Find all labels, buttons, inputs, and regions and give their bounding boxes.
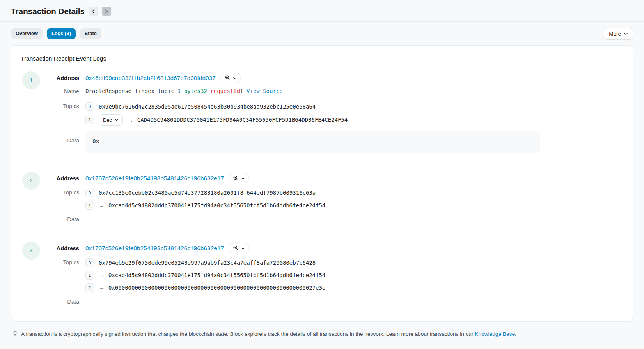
signature-part-param: requestId bbox=[207, 88, 240, 94]
topic-row: 1 Dec → CAD4D5C94802DDDC370041E175FD94A0… bbox=[85, 114, 623, 126]
signature-part-plain: OracleResponse (index_topic_1 bbox=[85, 88, 184, 94]
topic-decode-value: Dec bbox=[103, 117, 112, 123]
more-button[interactable]: More bbox=[604, 28, 633, 40]
topics-label: Topics bbox=[21, 103, 79, 109]
magnifier-plus-icon bbox=[233, 245, 239, 251]
footer-note: A transaction is a cryptographically sig… bbox=[11, 330, 633, 338]
topic-value: 0x9e9bc7616d42c2835d05ae617e508454e63b30… bbox=[99, 103, 316, 110]
footer-text: A transaction is a cryptographically sig… bbox=[21, 330, 516, 338]
footer-text-suffix: . bbox=[515, 331, 516, 337]
name-row: Name OracleResponse (index_topic_1 bytes… bbox=[85, 88, 623, 96]
chevron-down-icon bbox=[233, 76, 237, 80]
address-zoom-button[interactable] bbox=[229, 243, 249, 253]
logs-list: 1 Address 0x46eff99cab332f1b2eb2ff6813d6… bbox=[21, 72, 623, 306]
data-row: Data bbox=[85, 215, 623, 223]
chevron-down-icon bbox=[624, 32, 628, 36]
view-source-link[interactable]: View Source bbox=[247, 88, 283, 94]
data-value: 0x bbox=[92, 138, 99, 144]
topics-label: Topics bbox=[21, 189, 79, 196]
lightbulb-icon bbox=[12, 331, 18, 338]
address-row: Address 0x1707c526e19fe0b254193b5481426c… bbox=[85, 242, 623, 254]
address-link[interactable]: 0x46eff99cab332f1b2eb2ff6813d67e7d30fdd0… bbox=[85, 75, 216, 82]
topic-arrow: → bbox=[99, 272, 105, 278]
page-header: Transaction Details bbox=[11, 0, 633, 21]
topic-index-badge: 0 bbox=[85, 102, 94, 111]
topic-row: 1 → 0xcad4d5c94802dddc370041e175fd94a0c3… bbox=[85, 271, 623, 280]
page: Transaction Details bbox=[0, 0, 644, 21]
tab-row: OverviewLogs (3)State More bbox=[11, 22, 633, 45]
signature-part-type: bytes32 bbox=[184, 88, 207, 94]
more-button-label: More bbox=[609, 31, 621, 37]
magnifier-plus-icon bbox=[233, 175, 239, 181]
chevron-left-icon bbox=[90, 9, 96, 14]
event-log: 1 Address 0x46eff99cab332f1b2eb2ff6813d6… bbox=[21, 72, 623, 153]
topic-row: 0 0x7cc135e0cebb02c3480ae5d74d377283180a… bbox=[85, 188, 623, 198]
data-label: Data bbox=[21, 137, 79, 144]
event-log: 2 Address 0x1707c526e19fe0b254193b548142… bbox=[21, 173, 623, 223]
prev-transaction-button[interactable] bbox=[89, 7, 98, 16]
tab-logs-3[interactable]: Logs (3) bbox=[47, 28, 76, 39]
data-value-box: 0x bbox=[85, 131, 540, 153]
topic-index-badge: 0 bbox=[85, 189, 94, 197]
address-row: Address 0x1707c526e19fe0b254193b5481426c… bbox=[85, 173, 623, 184]
topic-value: 0x794eb9e29f6750ede99e05248d997a9ab9fa23… bbox=[99, 260, 316, 266]
address-label: Address bbox=[21, 75, 79, 81]
knowledge-base-link[interactable]: Knowledge Base bbox=[475, 331, 515, 337]
topic-arrow: → bbox=[128, 117, 133, 123]
next-transaction-button[interactable] bbox=[102, 7, 111, 16]
topic-row: 2 → 0x0000000000000000000000000000000000… bbox=[85, 283, 623, 292]
topic-index-badge: 1 bbox=[85, 271, 94, 280]
name-label: Name bbox=[21, 88, 79, 94]
address-label: Address bbox=[21, 175, 79, 182]
address-zoom-button[interactable] bbox=[220, 73, 241, 83]
tab-overview[interactable]: Overview bbox=[11, 28, 43, 39]
address-label: Address bbox=[21, 245, 79, 251]
address-row: Address 0x46eff99cab332f1b2eb2ff6813d67e… bbox=[85, 72, 623, 84]
topics-block: Topics 0 0x7cc135e0cebb02c3480ae5d74d377… bbox=[85, 188, 623, 210]
topic-value: CAD4D5C94802DDDC370041E175FD94A0C34F5565… bbox=[137, 117, 348, 123]
topics-block: Topics 0 0x9e9bc7616d42c2835d05ae617e508… bbox=[85, 102, 623, 126]
topics-list: 0 0x7cc135e0cebb02c3480ae5d74d377283180a… bbox=[85, 188, 623, 210]
topic-decode-dropdown[interactable]: Dec bbox=[99, 114, 123, 126]
topic-value: 0x7cc135e0cebb02c3480ae5d74d377283180a26… bbox=[99, 190, 316, 196]
topics-list: 0 0x794eb9e29f6750ede99e05248d997a9ab9fa… bbox=[85, 258, 623, 292]
chevron-right-icon bbox=[104, 9, 109, 14]
footer-text-body: A transaction is a cryptographically sig… bbox=[21, 331, 475, 337]
address-link[interactable]: 0x1707c526e19fe0b254193b5481426c196b632e… bbox=[85, 175, 224, 182]
topic-value: 0xcad4d5c94802dddc370041e175fd94a0c34f55… bbox=[108, 202, 325, 208]
topic-arrow: → bbox=[99, 202, 105, 208]
event-logs-card: Transaction Receipt Event Logs 1 Address… bbox=[11, 45, 633, 322]
page-title: Transaction Details bbox=[11, 7, 85, 16]
topics-block: Topics 0 0x794eb9e29f6750ede99e05248d997… bbox=[85, 258, 623, 292]
event-signature: OracleResponse (index_topic_1 bytes32 re… bbox=[85, 88, 247, 94]
topics-list: 0 0x9e9bc7616d42c2835d05ae617e508454e63b… bbox=[85, 102, 623, 126]
topic-row: 0 0x794eb9e29f6750ede99e05248d997a9ab9fa… bbox=[85, 258, 623, 267]
signature-part-plain: ) bbox=[240, 88, 247, 94]
topic-index-badge: 1 bbox=[85, 201, 94, 210]
log-divider bbox=[21, 233, 623, 233]
event-log: 3 Address 0x1707c526e19fe0b254193b548142… bbox=[21, 242, 623, 306]
data-row: Data bbox=[85, 298, 623, 306]
log-divider bbox=[21, 163, 623, 163]
tabs: OverviewLogs (3)State bbox=[11, 28, 101, 39]
chevron-down-icon bbox=[115, 118, 119, 122]
topic-row: 0 0x9e9bc7616d42c2835d05ae617e508454e63b… bbox=[85, 102, 623, 111]
tab-state[interactable]: State bbox=[80, 28, 101, 39]
topic-value: 0xcad4d5c94802dddc370041e175fd94a0c34f55… bbox=[108, 272, 325, 278]
card-title: Transaction Receipt Event Logs bbox=[21, 55, 623, 62]
topic-index-badge: 1 bbox=[85, 116, 94, 124]
data-row: Data 0x bbox=[85, 131, 623, 153]
chevron-down-icon bbox=[241, 246, 245, 250]
topic-row: 1 → 0xcad4d5c94802dddc370041e175fd94a0c3… bbox=[85, 201, 623, 210]
topic-index-badge: 0 bbox=[85, 258, 94, 267]
topic-arrow: → bbox=[99, 284, 105, 291]
address-link[interactable]: 0x1707c526e19fe0b254193b5481426c196b632e… bbox=[85, 245, 224, 252]
data-label: Data bbox=[21, 216, 79, 223]
topics-label: Topics bbox=[21, 259, 79, 265]
data-label: Data bbox=[21, 299, 79, 305]
topic-value: 0x00000000000000000000000000000000000000… bbox=[108, 285, 325, 291]
chevron-down-icon bbox=[241, 176, 245, 180]
magnifier-plus-icon bbox=[225, 75, 231, 81]
address-zoom-button[interactable] bbox=[229, 173, 249, 183]
topic-index-badge: 2 bbox=[85, 283, 94, 292]
